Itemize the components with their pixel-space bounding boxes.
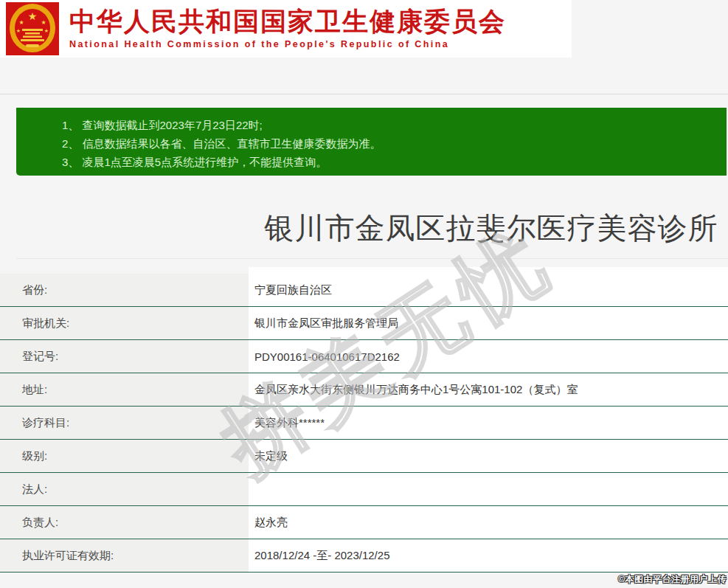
- field-value: 美容外科******: [249, 407, 728, 439]
- pre-table-divider: [16, 258, 728, 259]
- table-row-address: 地址: 金凤区亲水大街东侧银川万达商务中心1号公寓101-102（复式）室: [0, 373, 728, 407]
- site-title-chinese: 中华人民共和国国家卫生健康委员会: [69, 6, 506, 37]
- field-value: 未定级: [249, 440, 728, 472]
- table-row-person-in-charge: 负责人: 赵永亮: [0, 506, 728, 539]
- table-row-province: 省份: 宁夏回族自治区: [0, 274, 728, 307]
- institution-info-table: 省份: 宁夏回族自治区 审批机关: 银川市金凤区审批服务管理局 登记号: PDY…: [0, 274, 728, 573]
- field-label: 地址:: [0, 373, 249, 406]
- field-label: 登记号:: [0, 340, 249, 373]
- query-notice-banner: 1、 查询数据截止到2023年7月23日22时; 2、 信息数据结果以各省、自治…: [16, 108, 727, 176]
- field-label: 诊疗科目:: [0, 407, 249, 439]
- site-title-english: National Health Commission of the People…: [69, 39, 506, 49]
- field-value: 赵永亮: [249, 506, 728, 539]
- field-value: 银川市金凤区审批服务管理局: [249, 307, 728, 339]
- field-value: 宁夏回族自治区: [249, 274, 728, 306]
- notice-line-1: 1、 查询数据截止到2023年7月23日22时;: [62, 116, 719, 134]
- notice-line-3: 3、 凌晨1点至凌晨5点系统进行维护，不能提供查询。: [62, 153, 719, 171]
- table-row-treatment-subjects: 诊疗科目: 美容外科******: [0, 407, 728, 440]
- site-header: ★ ★ ★ ★ ★ 中华人民共和国国家卫生健康委员会 National Heal…: [0, 0, 572, 58]
- field-value: 2018/12/24 -至- 2023/12/25: [249, 539, 728, 572]
- notice-line-2: 2、 信息数据结果以各省、自治区、直辖市卫生健康委数据为准。: [62, 134, 719, 153]
- svg-text:★: ★: [41, 19, 46, 26]
- institution-name-title: 银川市金凤区拉斐尔医疗美容诊所: [254, 208, 728, 249]
- field-value: PDY00161-064010617D2162: [249, 340, 728, 373]
- field-label: 法人:: [0, 473, 249, 505]
- field-label: 省份:: [0, 274, 249, 306]
- field-value: [249, 473, 728, 505]
- table-row-level: 级别: 未定级: [0, 440, 728, 473]
- table-row-legal-person: 法人:: [0, 473, 728, 506]
- value-column-cap: [249, 267, 728, 274]
- svg-text:★: ★: [18, 19, 24, 26]
- national-emblem-icon: ★ ★ ★ ★ ★: [6, 2, 59, 55]
- svg-text:★: ★: [28, 10, 38, 22]
- table-row-approval-authority: 审批机关: 银川市金凤区审批服务管理局: [0, 307, 728, 340]
- field-label: 负责人:: [0, 506, 249, 539]
- table-row-registration-number: 登记号: PDY00161-064010617D2162: [0, 340, 728, 373]
- header-divider: [0, 94, 728, 94]
- header-titles: 中华人民共和国国家卫生健康委员会 National Health Commiss…: [69, 6, 506, 49]
- upload-credit-watermark: ©本图由平台注册用户上传: [618, 573, 727, 586]
- field-label: 执业许可证有效期:: [0, 539, 249, 572]
- field-label: 审批机关:: [0, 307, 249, 339]
- field-label: 级别:: [0, 440, 249, 472]
- svg-text:★: ★: [44, 28, 49, 33]
- svg-text:★: ★: [16, 28, 21, 33]
- field-value: 金凤区亲水大街东侧银川万达商务中心1号公寓101-102（复式）室: [249, 373, 728, 406]
- table-row-license-validity: 执业许可证有效期: 2018/12/24 -至- 2023/12/25: [0, 539, 728, 573]
